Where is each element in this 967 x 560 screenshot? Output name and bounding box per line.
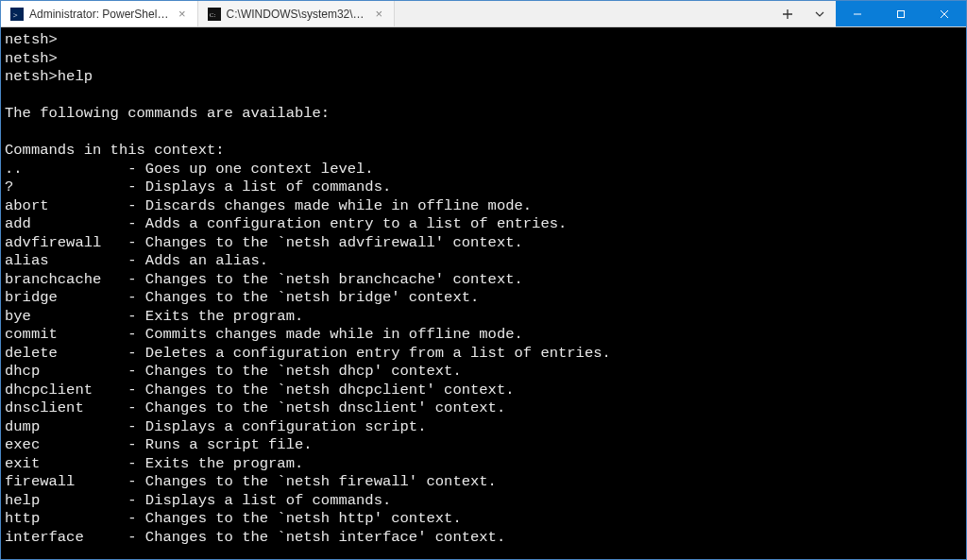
tab-title: C:\WINDOWS\system32\cmd.exe: [227, 8, 368, 21]
new-tab-button[interactable]: [772, 1, 804, 26]
maximize-button[interactable]: [879, 1, 923, 26]
cmd-icon: C:: [208, 8, 221, 21]
minimize-button[interactable]: [836, 1, 879, 26]
tab-cmd[interactable]: C: C:\WINDOWS\system32\cmd.exe ×: [198, 1, 396, 26]
tab-strip: > Administrator: PowerShell Core 6.2.1 ×…: [1, 1, 772, 26]
terminal-window: > Administrator: PowerShell Core 6.2.1 ×…: [0, 0, 967, 560]
tab-dropdown-button[interactable]: [804, 1, 836, 26]
svg-rect-4: [898, 10, 905, 17]
window-controls: [836, 1, 966, 26]
close-icon[interactable]: ×: [177, 7, 188, 21]
svg-text:C:: C:: [209, 10, 215, 18]
titlebar: > Administrator: PowerShell Core 6.2.1 ×…: [1, 1, 966, 27]
terminal-output[interactable]: netsh> netsh> netsh>help The following c…: [1, 27, 966, 559]
close-button[interactable]: [923, 1, 966, 26]
close-icon[interactable]: ×: [374, 7, 385, 21]
tab-title: Administrator: PowerShell Core 6.2.1: [29, 8, 171, 21]
tabbar-actions: [772, 1, 836, 26]
tab-powershell[interactable]: > Administrator: PowerShell Core 6.2.1 ×: [1, 1, 198, 26]
powershell-icon: >: [10, 8, 24, 21]
svg-text:>: >: [13, 9, 18, 19]
